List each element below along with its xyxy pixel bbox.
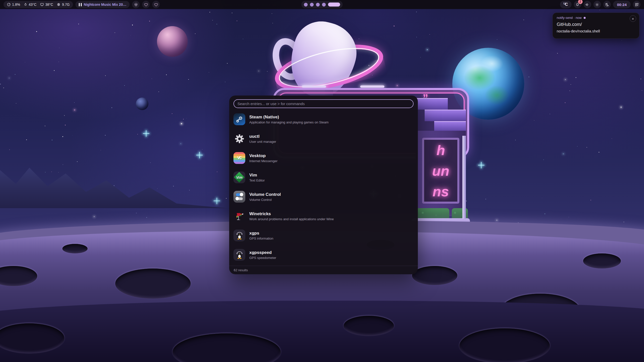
star bbox=[101, 150, 101, 150]
search-input[interactable] bbox=[233, 99, 414, 108]
heart-button-2[interactable] bbox=[152, 1, 160, 8]
vesktop-icon: VC bbox=[233, 152, 245, 164]
unread-dot-icon bbox=[584, 17, 586, 19]
penguin-icon bbox=[233, 230, 245, 241]
star bbox=[188, 79, 189, 80]
star bbox=[429, 34, 430, 35]
crater bbox=[115, 268, 191, 299]
clock-widget[interactable]: 00:24 bbox=[613, 1, 631, 8]
star bbox=[59, 62, 59, 62]
gear-icon bbox=[233, 133, 245, 145]
widgets-button[interactable] bbox=[633, 1, 640, 8]
star bbox=[105, 75, 106, 76]
star bbox=[94, 216, 95, 217]
penguin-icon bbox=[233, 249, 245, 261]
item-subtitle: User unit manager bbox=[249, 140, 276, 144]
star bbox=[202, 149, 203, 150]
workspace-pill[interactable] bbox=[301, 1, 343, 8]
media-title: Nightcore Music Mix 20… bbox=[84, 3, 127, 7]
list-item-vesktop[interactable]: VC Vesktop Internet Messenger bbox=[233, 150, 414, 166]
list-item-xgpsspeed[interactable]: xgpsspeed GPS speedometer bbox=[233, 247, 414, 263]
bar-right-section: U C 2 00:24 bbox=[560, 1, 640, 8]
item-subtitle: Work around problems and install applica… bbox=[249, 217, 334, 221]
pause-icon[interactable] bbox=[79, 3, 82, 6]
item-title: xgps bbox=[249, 231, 273, 236]
search-bar bbox=[233, 99, 414, 108]
brightness-button[interactable] bbox=[593, 1, 601, 8]
volume-control-icon bbox=[233, 191, 245, 203]
list-item-vim[interactable]: Vim Vim Text Editor bbox=[233, 169, 414, 185]
sparkle-icon bbox=[215, 199, 219, 203]
gpu-temp-value: 38°C bbox=[45, 3, 53, 7]
system-stats-widget[interactable]: 1.8% 43°C 38°C 9.7G bbox=[4, 1, 73, 8]
star bbox=[612, 139, 612, 139]
star bbox=[225, 82, 225, 82]
item-subtitle: Internet Messenger bbox=[249, 159, 277, 163]
star bbox=[124, 85, 125, 86]
star bbox=[186, 118, 187, 118]
heart-button-1[interactable] bbox=[142, 1, 150, 8]
item-subtitle: Application for managing and playing gam… bbox=[249, 120, 329, 124]
notifications-button[interactable]: 2 bbox=[574, 1, 581, 8]
notification-title: GitHub.com/ bbox=[557, 22, 635, 27]
star bbox=[345, 29, 345, 29]
star bbox=[158, 92, 159, 92]
crater bbox=[459, 328, 550, 362]
notification-close-button[interactable]: × bbox=[630, 15, 636, 22]
temp-stat: 43°C bbox=[24, 3, 36, 7]
workspace-dot[interactable] bbox=[304, 3, 308, 7]
star bbox=[496, 220, 497, 221]
workspace-dot-active[interactable] bbox=[328, 3, 340, 7]
heart-icon bbox=[144, 3, 148, 7]
list-item-volume-control[interactable]: Volume Control Volume Control bbox=[233, 189, 414, 205]
star bbox=[600, 10, 600, 10]
star bbox=[563, 153, 564, 155]
list-item-winetricks[interactable]: Winetricks Work around problems and inst… bbox=[233, 208, 414, 224]
item-title: Volume Control bbox=[249, 192, 281, 197]
star bbox=[137, 134, 138, 134]
media-player-widget[interactable]: Nightcore Music Mix 20… bbox=[75, 1, 130, 8]
notification-body: noctalia-dev/noctalia.shell bbox=[557, 29, 635, 33]
star bbox=[62, 136, 63, 137]
item-subtitle: GPS speedometer bbox=[249, 256, 276, 260]
star bbox=[173, 186, 174, 187]
notification-header: notify-send · now bbox=[557, 16, 635, 20]
star bbox=[114, 185, 114, 186]
list-item-steam[interactable]: Steam (Native) Application for managing … bbox=[233, 111, 414, 127]
workspace-dot[interactable] bbox=[316, 3, 320, 7]
skull-button[interactable] bbox=[132, 1, 140, 8]
night-mode-button[interactable] bbox=[603, 1, 611, 8]
clock-text: 00:24 bbox=[617, 3, 627, 7]
star bbox=[54, 70, 55, 71]
list-item-xgps[interactable]: xgps GPS information bbox=[233, 228, 414, 243]
item-title: Winetricks bbox=[249, 211, 334, 216]
star bbox=[157, 188, 157, 189]
star bbox=[209, 72, 209, 72]
workspace-dot[interactable] bbox=[310, 3, 314, 7]
star bbox=[640, 79, 641, 79]
star bbox=[9, 78, 10, 79]
notification-popup[interactable]: notify-send · now × GitHub.com/ noctalia… bbox=[552, 13, 639, 39]
star bbox=[542, 198, 542, 198]
star bbox=[226, 198, 226, 199]
item-subtitle: Volume Control bbox=[249, 198, 281, 202]
star bbox=[52, 140, 52, 140]
list-item-uuctl[interactable]: uuctl User unit manager bbox=[233, 131, 414, 147]
volume-button[interactable] bbox=[584, 1, 591, 8]
sign-text-fragment: ns bbox=[432, 183, 449, 200]
star bbox=[210, 12, 210, 12]
star bbox=[243, 39, 243, 39]
workspace-dot[interactable] bbox=[322, 3, 326, 7]
results-count: 62 results bbox=[229, 266, 418, 274]
star bbox=[565, 102, 566, 103]
star bbox=[372, 75, 373, 75]
workspace-indicator bbox=[301, 1, 343, 8]
results-list: Steam (Native) Application for managing … bbox=[229, 111, 418, 266]
star bbox=[212, 20, 213, 21]
keyboard-layout-indicator[interactable]: U C bbox=[560, 1, 572, 8]
star bbox=[189, 190, 190, 191]
star bbox=[146, 217, 147, 218]
building-pole bbox=[462, 136, 466, 219]
flame-icon bbox=[24, 3, 27, 7]
bar-left-section: 1.8% 43°C 38°C 9.7G Nightcore Music Mix … bbox=[4, 1, 160, 8]
